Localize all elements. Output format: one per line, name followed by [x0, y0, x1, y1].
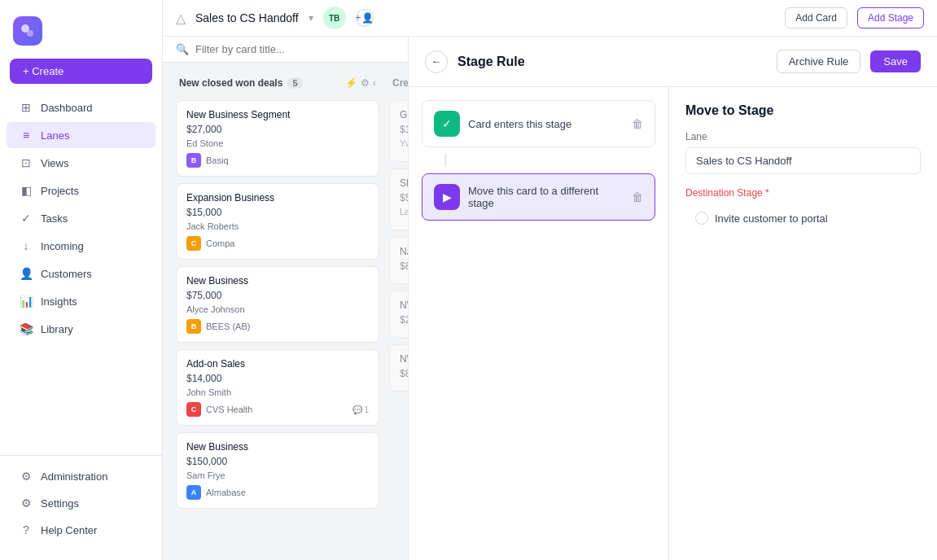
- sidebar-item-insights[interactable]: 📊 Insights: [7, 288, 155, 314]
- add-stage-button[interactable]: Add Stage: [857, 7, 924, 28]
- radio-button-invite[interactable]: [695, 212, 708, 225]
- card-title: Add-on Sales: [186, 358, 369, 370]
- card-footer: A Almabase: [186, 485, 369, 500]
- sidebar-item-customers[interactable]: 👤 Customers: [7, 260, 155, 287]
- card-company-avatar: C: [186, 402, 201, 417]
- user-avatar: TB: [323, 7, 346, 29]
- help-icon: ?: [20, 523, 33, 536]
- card-footer: C CVS Health 💬 1: [186, 402, 369, 417]
- sidebar-item-label: Incoming: [41, 240, 84, 252]
- trigger-move-label: Move this card to a different stage: [468, 185, 624, 209]
- required-marker: *: [765, 187, 769, 199]
- card-1-1[interactable]: New Business Segment $27,000 Ed Stone B …: [176, 100, 379, 177]
- panel-triggers: ✓ Card enters this stage 🗑 ▶ Move this c…: [409, 87, 669, 560]
- card-person: Alyce Johnson: [186, 304, 369, 314]
- card-1-5[interactable]: New Business $150,000 Sam Frye A Almabas…: [176, 432, 379, 509]
- column-settings-button[interactable]: ⚙: [361, 77, 370, 89]
- sidebar-item-label: Insights: [41, 295, 77, 308]
- card-company-avatar: B: [186, 153, 201, 168]
- column-collapse-button[interactable]: ‹: [373, 77, 376, 89]
- sidebar-item-tasks[interactable]: ✓ Tasks: [7, 205, 155, 231]
- trigger-enter-icon: ✓: [434, 111, 460, 137]
- card-company-name: Almabase: [206, 488, 246, 497]
- archive-rule-button[interactable]: Archive Rule: [777, 50, 861, 73]
- card-company-avatar: C: [186, 236, 201, 251]
- card-amount: $75,000: [186, 290, 369, 301]
- search-icon: 🔍: [176, 43, 189, 55]
- card-title: New Business: [186, 275, 369, 287]
- column-lightning-button[interactable]: ⚡: [345, 77, 357, 89]
- create-label: + Create: [23, 65, 63, 77]
- sidebar-item-label: Lanes: [41, 129, 69, 142]
- board-column-1: New closed won deals 5 ⚡ ⚙ ‹ New Busines…: [176, 72, 379, 550]
- projects-icon: ◧: [20, 184, 33, 197]
- panel-right: Move to Stage Lane Sales to CS Handoff D…: [669, 87, 937, 560]
- trigger-move-delete-icon[interactable]: 🗑: [632, 190, 643, 203]
- column-actions-1: ⚡ ⚙ ‹: [345, 77, 376, 89]
- sidebar: + Create ⊞ Dashboard ≡ Lanes ⊡ Views ◧ P…: [0, 0, 163, 560]
- sidebar-item-projects[interactable]: ◧ Projects: [7, 177, 155, 203]
- trigger-item-enter[interactable]: ✓ Card enters this stage 🗑: [422, 100, 655, 147]
- panel-section-title: Move to Stage: [685, 103, 921, 118]
- incoming-icon: ↓: [20, 239, 33, 252]
- card-footer: B Basiq: [186, 153, 369, 168]
- trigger-connector: [444, 154, 446, 167]
- sidebar-item-incoming[interactable]: ↓ Incoming: [7, 233, 155, 259]
- card-company-name: CVS Health: [206, 405, 252, 414]
- panel-back-button[interactable]: ←: [425, 50, 448, 73]
- add-card-button[interactable]: Add Card: [785, 7, 847, 28]
- card-amount: $27,000: [186, 124, 369, 135]
- sidebar-item-views[interactable]: ⊡ Views: [7, 150, 155, 176]
- sidebar-item-administration[interactable]: ⚙ Administration: [7, 463, 155, 489]
- card-amount: $15,000: [186, 207, 369, 218]
- card-footer: C Compa: [186, 236, 369, 251]
- sidebar-item-settings[interactable]: ⚙ Settings: [7, 490, 155, 516]
- sidebar-item-label: Administration: [41, 470, 107, 483]
- sidebar-item-library[interactable]: 📚 Library: [7, 316, 155, 342]
- card-1-3[interactable]: New Business $75,000 Alyce Johnson B BEE…: [176, 266, 379, 343]
- create-button[interactable]: + Create: [10, 59, 152, 84]
- save-button[interactable]: Save: [870, 50, 921, 72]
- card-person: Jack Roberts: [186, 221, 369, 231]
- sidebar-item-help[interactable]: ? Help Center: [7, 517, 155, 543]
- card-person: Sam Frye: [186, 470, 369, 480]
- dashboard-icon: ⊞: [20, 101, 33, 114]
- settings-icon: ⚙: [20, 497, 33, 510]
- card-person: John Smith: [186, 387, 369, 397]
- lanes-icon: ≡: [20, 129, 33, 142]
- destination-option-invite[interactable]: Invite customer to portal: [685, 205, 921, 231]
- sidebar-item-label: Help Center: [41, 524, 97, 536]
- card-amount: $150,000: [186, 456, 369, 467]
- board-area: 🔍 New closed won deals 5 ⚡ ⚙ ‹ New Busin…: [163, 37, 937, 560]
- sidebar-item-label: Settings: [41, 497, 79, 510]
- trigger-delete-icon[interactable]: 🗑: [632, 117, 643, 130]
- administration-icon: ⚙: [20, 470, 33, 483]
- sidebar-item-label: Views: [41, 157, 68, 169]
- column-header-1: New closed won deals 5 ⚡ ⚙ ‹: [176, 72, 379, 94]
- panel-title: Stage Rule: [458, 55, 767, 69]
- main-content: △ Sales to CS Handoff ▾ TB +👤 Add Card A…: [163, 0, 937, 560]
- card-person: Ed Stone: [186, 138, 369, 148]
- trigger-item-move[interactable]: ▶ Move this card to a different stage 🗑: [422, 173, 655, 221]
- destination-option-label: Invite customer to portal: [715, 212, 828, 225]
- lane-value: Sales to CS Handoff: [685, 147, 921, 174]
- card-1-4[interactable]: Add-on Sales $14,000 John Smith C CVS He…: [176, 349, 379, 426]
- sidebar-item-dashboard[interactable]: ⊞ Dashboard: [7, 94, 155, 120]
- svg-point-1: [27, 30, 33, 37]
- insights-icon: 📊: [20, 295, 33, 308]
- sidebar-bottom: ⚙ Administration ⚙ Settings ? Help Cente…: [0, 455, 162, 550]
- sidebar-item-label: Projects: [41, 185, 79, 197]
- card-company-name: Basiq: [206, 155, 229, 165]
- add-user-button[interactable]: +👤: [356, 9, 374, 27]
- card-comment-count: 💬 1: [352, 405, 369, 414]
- sidebar-item-label: Library: [41, 323, 73, 335]
- trigger-move-icon: ▶: [434, 184, 460, 210]
- pipeline-chevron-icon: ▾: [309, 12, 313, 24]
- sidebar-item-lanes[interactable]: ≡ Lanes: [7, 122, 155, 148]
- card-1-2[interactable]: Expansion Business $15,000 Jack Roberts …: [176, 183, 379, 260]
- card-company-name: BEES (AB): [206, 322, 250, 331]
- lane-label: Lane: [685, 131, 921, 142]
- column-title-1: New closed won deals: [179, 77, 282, 89]
- sidebar-item-label: Customers: [41, 268, 92, 280]
- pipeline-name: Sales to CS Handoff: [195, 11, 299, 24]
